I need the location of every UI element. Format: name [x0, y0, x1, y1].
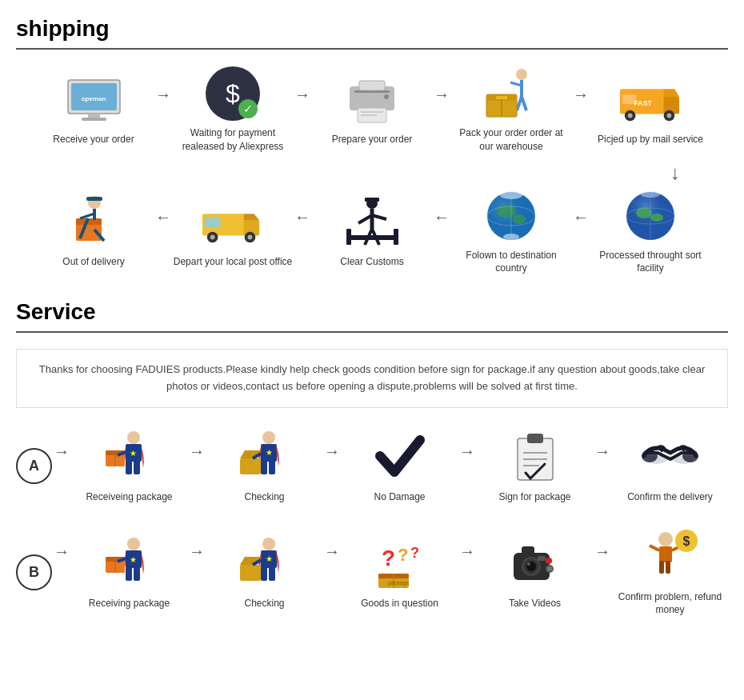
no-damage-label: No Damage — [374, 490, 425, 504]
arrow-2: → — [294, 86, 310, 104]
svg-text:?: ? — [382, 546, 395, 570]
printer-icon — [340, 72, 404, 128]
svg-text:★: ★ — [265, 448, 272, 457]
handshake-icon — [640, 428, 700, 484]
svg-point-29 — [628, 114, 633, 118]
service-note: Thanks for choosing FADUIES products.Ple… — [16, 349, 728, 408]
svg-rect-14 — [361, 114, 377, 116]
s-arrow-b3: → — [459, 542, 475, 561]
arrow-left-4: ← — [573, 208, 589, 226]
s-arrow-a2: → — [324, 442, 340, 461]
svg-rect-134 — [659, 561, 664, 574]
shipping-divider — [16, 48, 728, 50]
s-arrow-a3: → — [459, 442, 475, 461]
svg-point-49 — [248, 235, 253, 240]
svg-marker-27 — [664, 90, 680, 98]
flow-item-processed: Processed throught sort facility — [590, 188, 710, 276]
svg-text:?: ? — [398, 545, 408, 565]
flow-item-pickup: FAST Picjed up by mail service — [590, 72, 710, 146]
svg-text:★: ★ — [129, 449, 136, 458]
receive-order-label: Receive your order — [53, 133, 134, 146]
scenario-b-row: B → ★ Receiving package — [16, 528, 728, 618]
s-arrow-b1: → — [189, 542, 205, 561]
svg-rect-33 — [622, 95, 637, 105]
s-arrow-b0: → — [54, 542, 70, 561]
arrow-4: → — [573, 86, 589, 104]
service-item-confirm-problem: $ Confirm problem, refund money — [612, 528, 728, 618]
svg-rect-93 — [527, 434, 543, 443]
depart-label: Depart your local post office — [174, 255, 293, 269]
svg-point-16 — [516, 69, 527, 80]
svg-rect-11 — [359, 81, 385, 90]
svg-rect-45 — [205, 217, 221, 228]
flow-item-pack: Pack your order order at our warehouse — [451, 66, 571, 154]
service-title: Service — [16, 299, 728, 325]
checking-b-label: Checking — [244, 597, 284, 610]
scenario-a-row: A → ★ — [16, 428, 728, 504]
confirm-delivery-label: Confirm the delivery — [627, 490, 713, 504]
svg-text:★: ★ — [129, 555, 136, 564]
s-arrow-b2: → — [324, 542, 340, 561]
hero-a-icon: ★ — [99, 428, 159, 484]
svg-rect-88 — [269, 460, 275, 474]
service-item-goods-question: ? ? ? package Goods in question — [342, 534, 458, 610]
svg-point-75 — [127, 431, 140, 444]
confirm-problem-label: Confirm problem, refund money — [612, 590, 728, 618]
svg-rect-102 — [126, 566, 132, 581]
service-item-checking-a: ★ Checking — [206, 428, 322, 504]
svg-rect-3 — [88, 114, 100, 118]
svg-text:opeman: opeman — [81, 95, 106, 102]
checking-a-label: Checking — [244, 490, 284, 504]
service-section: Thanks for choosing FADUIES products.Ple… — [16, 349, 728, 617]
svg-line-53 — [358, 215, 372, 223]
service-item-receiving-a: ★ Receiveing package — [71, 428, 187, 504]
svg-rect-51 — [365, 198, 379, 202]
svg-rect-113 — [240, 565, 261, 581]
svg-point-31 — [666, 114, 671, 118]
svg-rect-112 — [269, 566, 275, 581]
svg-rect-103 — [134, 566, 140, 581]
service-divider — [16, 331, 728, 333]
flow-item-depart: Depart your local post office — [173, 194, 293, 269]
svg-text:FAST: FAST — [634, 99, 653, 107]
customs-label: Clear Customs — [340, 255, 403, 269]
svg-line-20 — [522, 97, 526, 110]
truck-fast-icon: FAST — [618, 72, 682, 128]
svg-point-63 — [513, 214, 526, 224]
svg-text:★: ★ — [265, 554, 272, 563]
arrow-left-3: ← — [434, 208, 450, 226]
flow-item-prepare: Prepare your order — [312, 72, 432, 146]
svg-point-126 — [527, 562, 530, 566]
flow-row-1: opeman Receive your order → $ ✓ Waiting … — [16, 66, 728, 154]
arrow-1: → — [155, 86, 171, 104]
payment-label: Waiting for payment realeased by Aliexpr… — [173, 126, 293, 154]
svg-text:package: package — [388, 580, 410, 586]
goods-question-label: Goods in question — [361, 597, 438, 610]
s-arrow-a0: → — [54, 442, 70, 461]
flow-item-customs: Clear Customs — [312, 194, 432, 269]
svg-rect-41 — [86, 197, 102, 201]
svg-point-71 — [650, 214, 663, 222]
svg-point-15 — [384, 94, 389, 99]
svg-rect-87 — [261, 460, 267, 474]
svg-point-108 — [262, 538, 275, 550]
payment-icon: $ ✓ — [201, 66, 265, 122]
receiving-b-label: Receiving package — [89, 597, 170, 610]
service-item-receiving-b: ★ Receiving package — [71, 534, 187, 610]
money-person-icon: $ — [640, 528, 700, 584]
svg-rect-127 — [522, 546, 534, 554]
svg-point-47 — [210, 235, 215, 240]
pack-icon — [479, 66, 543, 122]
svg-rect-4 — [82, 118, 106, 121]
flow-item-receive: opeman Receive your order — [34, 72, 154, 146]
globe-world-icon — [618, 188, 682, 244]
svg-rect-59 — [394, 229, 398, 245]
svg-rect-57 — [346, 235, 398, 240]
scenario-a-letter: A — [16, 448, 52, 484]
flow-item-out-delivery: Out of delivery — [34, 194, 154, 269]
question-icon: ? ? ? package — [370, 534, 430, 590]
service-item-checking-b: ★ Checking — [206, 534, 322, 610]
globe-blue-icon — [479, 188, 543, 244]
arrow-left-1: ← — [155, 208, 171, 226]
customs-icon — [340, 194, 404, 250]
